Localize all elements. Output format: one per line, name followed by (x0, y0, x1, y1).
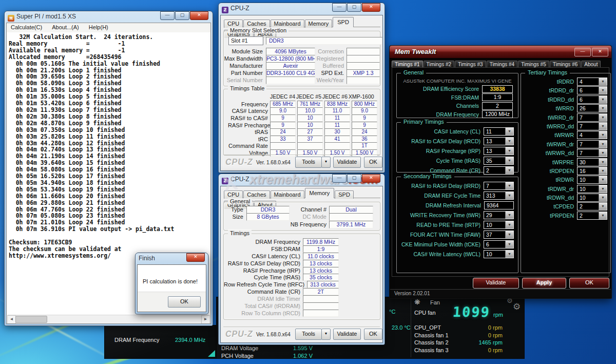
timing-value[interactable]: 6 (578, 96, 599, 103)
close-icon[interactable]: ✕ (592, 48, 608, 56)
timing-combo[interactable]: 26▼ (577, 104, 607, 112)
timing-combo[interactable]: 13▼ (484, 147, 514, 155)
timing-value[interactable]: 2 (578, 203, 599, 210)
timing-combo[interactable]: 37▼ (484, 231, 514, 239)
timing-value[interactable]: 13 (484, 138, 505, 145)
scroll-right-icon[interactable]: ► (201, 315, 210, 324)
chevron-down-icon[interactable]: ▼ (505, 221, 513, 228)
scroll-left-icon[interactable]: ◄ (7, 315, 16, 324)
chevron-down-icon[interactable]: ▼ (599, 114, 607, 121)
chevron-down-icon[interactable]: ▼ (599, 176, 607, 183)
timing-combo[interactable]: 10▼ (484, 250, 514, 258)
timing-value[interactable]: 30 (578, 159, 599, 166)
maximize-icon[interactable]: ▢ (347, 3, 361, 12)
timing-value[interactable]: 7 (578, 123, 599, 130)
chevron-down-icon[interactable]: ▼ (505, 157, 513, 164)
slot-select[interactable]: Slot #1 (228, 36, 263, 45)
tools-button[interactable]: Tools (295, 157, 322, 168)
cpuz-tab[interactable]: CPU (224, 20, 243, 28)
chevron-down-icon[interactable]: ▼ (505, 241, 513, 248)
chevron-down-icon[interactable]: ▼ (505, 147, 513, 155)
timing-value[interactable]: 313 (484, 192, 505, 199)
timing-value[interactable]: 10 (484, 221, 505, 228)
timing-combo[interactable]: 2▼ (577, 212, 607, 220)
chevron-down-icon[interactable]: ▼ (505, 167, 513, 174)
timing-combo[interactable]: 9364▼ (484, 201, 514, 209)
timing-value[interactable]: 6 (578, 87, 599, 94)
chevron-down-icon[interactable]: ▼ (505, 251, 513, 258)
validate-button[interactable]: Validate (473, 278, 519, 289)
timing-value[interactable]: 11 (484, 128, 505, 135)
chevron-down-icon[interactable]: ▼ (599, 96, 607, 103)
timing-combo[interactable]: 10▼ (577, 176, 607, 184)
horizontal-scrollbar[interactable]: ◄ ► (7, 315, 210, 323)
timing-combo[interactable]: 11▼ (484, 127, 514, 136)
validate-button[interactable]: Validate (333, 157, 361, 168)
chevron-down-icon[interactable]: ▼ (599, 78, 607, 85)
chevron-down-icon[interactable]: ▼ (505, 212, 513, 219)
chevron-down-icon[interactable]: ▼ (599, 185, 607, 193)
validate-button[interactable]: Validate (333, 329, 361, 340)
timing-value[interactable]: 4 (578, 78, 599, 85)
tools-dropdown-icon[interactable]: ▼ (321, 329, 331, 340)
chevron-down-icon[interactable]: ▼ (599, 131, 607, 139)
minimize-icon[interactable]: — (574, 48, 591, 56)
chevron-down-icon[interactable]: ▼ (599, 194, 607, 201)
timing-value[interactable]: 7 (578, 114, 599, 121)
timing-combo[interactable]: 2▼ (484, 166, 514, 175)
timing-value[interactable]: 2 (484, 167, 505, 174)
timing-value[interactable]: 7 (578, 141, 599, 148)
chevron-down-icon[interactable]: ▼ (505, 192, 513, 199)
minimize-icon[interactable]: — (332, 3, 346, 12)
timing-value[interactable]: 7 (484, 182, 505, 189)
apply-button[interactable]: Apply (522, 278, 566, 289)
chevron-down-icon[interactable]: ▼ (505, 138, 513, 145)
timing-value[interactable]: 6 (484, 241, 505, 248)
cpuz-tab[interactable]: SPD (333, 17, 354, 27)
scrollbar-thumb[interactable] (15, 316, 47, 323)
minimize-icon[interactable]: — (160, 11, 175, 20)
timing-value[interactable]: 4 (578, 131, 599, 139)
cpuz-tab[interactable]: Memory (305, 188, 335, 198)
timing-combo[interactable]: 4▼ (577, 131, 607, 139)
timing-combo[interactable]: 16▼ (577, 167, 607, 175)
timing-value[interactable]: 10 (578, 185, 599, 193)
tools-dropdown-icon[interactable]: ▼ (321, 157, 331, 168)
timing-value[interactable]: 7 (578, 149, 599, 157)
timing-combo[interactable]: 2▼ (577, 202, 607, 210)
close-icon[interactable]: ✕ (362, 174, 380, 183)
chevron-down-icon[interactable]: ▼ (599, 105, 607, 112)
timing-combo[interactable]: 29▼ (484, 211, 514, 219)
chevron-down-icon[interactable]: ▼ (505, 128, 513, 135)
cpuz-tab[interactable]: Caches (243, 20, 270, 28)
chevron-down-icon[interactable]: ▼ (505, 231, 513, 238)
chevron-down-icon[interactable]: ▼ (599, 141, 607, 148)
panel-resize-handle[interactable] (208, 350, 215, 357)
timing-combo[interactable]: 4▼ (577, 78, 607, 86)
timing-combo[interactable]: 6▼ (484, 240, 514, 248)
cpuz-tab[interactable]: SPD (335, 190, 354, 199)
timing-value[interactable]: 26 (578, 105, 599, 112)
timing-combo[interactable]: 35▼ (484, 157, 514, 165)
timing-combo[interactable]: 10▼ (577, 185, 607, 193)
cpuz-tab[interactable]: CPU (224, 190, 243, 199)
timing-value[interactable]: 2 (578, 212, 599, 219)
maximize-icon[interactable]: ▢ (347, 174, 361, 183)
ok-button[interactable]: OK (364, 329, 382, 340)
close-icon[interactable]: ✕ (190, 11, 208, 20)
chevron-down-icon[interactable]: ▼ (599, 167, 607, 175)
ok-button[interactable]: OK (569, 278, 609, 289)
timing-combo[interactable]: 10▼ (484, 221, 514, 229)
minimize-icon[interactable]: — (332, 174, 346, 183)
timing-combo[interactable]: 7▼ (577, 122, 607, 130)
chevron-down-icon[interactable]: ▼ (599, 123, 607, 130)
timing-value[interactable]: 37 (484, 231, 505, 238)
timing-value[interactable]: 13 (484, 147, 505, 155)
ok-button[interactable]: OK (364, 157, 382, 168)
timing-combo[interactable]: 30▼ (577, 158, 607, 166)
cpuz-tab[interactable]: Mainboard (271, 20, 304, 28)
timing-combo[interactable]: 7▼ (577, 149, 607, 157)
timing-value[interactable]: 10 (578, 194, 599, 201)
cpuz-tab[interactable]: Mainboard (271, 190, 304, 199)
timing-value[interactable]: 10 (484, 251, 505, 258)
